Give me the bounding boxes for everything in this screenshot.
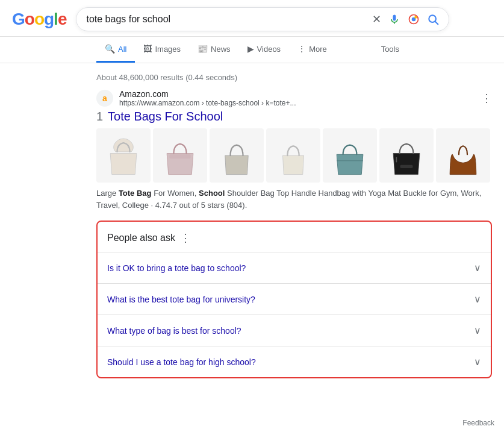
news-icon: 📰 [198, 44, 208, 54]
search-icons: ✕ [372, 13, 439, 26]
tab-all[interactable]: 🔍 All [96, 37, 135, 63]
search-bar: ✕ [76, 7, 449, 31]
paa-title: People also ask [107, 233, 175, 243]
tab-news[interactable]: 📰 News [189, 37, 239, 63]
more-icon: ⋮ [297, 44, 306, 54]
svg-rect-5 [170, 154, 191, 158]
svg-line-4 [435, 22, 438, 25]
videos-icon: ▶ [247, 44, 254, 54]
search-input[interactable] [86, 14, 367, 25]
product-image-7[interactable] [436, 128, 490, 183]
nav-tabs: 🔍 All 🖼 Images 📰 News ▶ Videos ⋮ More To… [0, 37, 504, 63]
paa-header: People also ask ⋮ [98, 222, 491, 252]
all-icon: 🔍 [105, 44, 115, 54]
source-name[interactable]: Amazon.com [119, 89, 296, 99]
header: Google ✕ [0, 0, 504, 37]
product-image-2[interactable] [153, 128, 207, 183]
tab-more[interactable]: ⋮ More [289, 37, 335, 63]
paa-question-4: Should I use a tote bag for high school? [107, 357, 256, 367]
paa-item-4[interactable]: Should I use a tote bag for high school?… [98, 346, 491, 377]
svg-point-2 [415, 16, 417, 19]
tab-videos[interactable]: ▶ Videos [239, 37, 290, 63]
result-description: Large Tote Bag For Women, School Shoulde… [96, 187, 492, 211]
paa-options-button[interactable]: ⋮ [180, 231, 191, 245]
search-icon [427, 13, 439, 25]
search-button[interactable] [427, 13, 439, 25]
chevron-down-icon-4: ∨ [474, 356, 481, 368]
result-options-button[interactable]: ⋮ [481, 92, 492, 105]
svg-rect-8 [396, 157, 397, 162]
tab-images[interactable]: 🖼 Images [135, 37, 189, 63]
lens-button[interactable] [408, 13, 420, 25]
product-image-6[interactable] [379, 128, 434, 183]
tab-news-label: News [211, 45, 231, 54]
microphone-icon [388, 13, 400, 25]
google-logo[interactable]: Google [12, 10, 66, 29]
product-image-1[interactable] [96, 128, 151, 183]
paa-question-3: What type of bag is best for school? [107, 326, 241, 336]
chevron-down-icon-3: ∨ [474, 325, 481, 336]
voice-search-button[interactable] [388, 13, 400, 25]
feedback-link[interactable]: Feedback [453, 414, 504, 432]
tab-all-label: All [118, 45, 126, 54]
tab-more-label: More [309, 45, 327, 54]
tab-images-label: Images [155, 45, 181, 54]
favicon-letter: a [102, 93, 107, 103]
paa-question-2: What is the best tote bag for university… [107, 295, 255, 304]
chevron-down-icon-1: ∨ [474, 262, 481, 274]
clear-button[interactable]: ✕ [372, 13, 381, 26]
tab-videos-label: Videos [257, 45, 281, 54]
product-image-5[interactable] [323, 128, 377, 183]
result-item: a Amazon.com https://www.amazon.com › to… [96, 89, 492, 211]
results-count: About 48,600,000 results (0.44 seconds) [96, 68, 492, 89]
svg-rect-7 [400, 164, 413, 167]
product-image-3[interactable] [210, 128, 264, 183]
paa-section: People also ask ⋮ Is it OK to bring a to… [96, 221, 492, 378]
product-image-4[interactable] [266, 128, 320, 183]
tab-tools[interactable]: Tools [373, 37, 408, 63]
paa-item-3[interactable]: What type of bag is best for school? ∨ [98, 315, 491, 346]
lens-icon [408, 13, 420, 25]
chevron-down-icon-2: ∨ [474, 293, 481, 305]
result-title-line: 1 Tote Bags For School [96, 110, 492, 124]
source-url: https://www.amazon.com › tote-bags-schoo… [119, 99, 296, 107]
result-title[interactable]: Tote Bags For School [108, 110, 223, 123]
result-source: a Amazon.com https://www.amazon.com › to… [96, 89, 492, 107]
result-number: 1 [96, 110, 103, 123]
images-icon: 🖼 [143, 44, 152, 54]
paa-item-1[interactable]: Is it OK to bring a tote bag to school? … [98, 252, 491, 283]
paa-item-2[interactable]: What is the best tote bag for university… [98, 283, 491, 315]
favicon: a [96, 90, 113, 107]
main-content: About 48,600,000 results (0.44 seconds) … [0, 63, 504, 393]
product-images: IT'S A GOOD DAY TO HAVE A DAY [96, 128, 492, 183]
paa-question-1: Is it OK to bring a tote bag to school? [107, 263, 246, 273]
source-info: Amazon.com https://www.amazon.com › tote… [119, 89, 296, 107]
